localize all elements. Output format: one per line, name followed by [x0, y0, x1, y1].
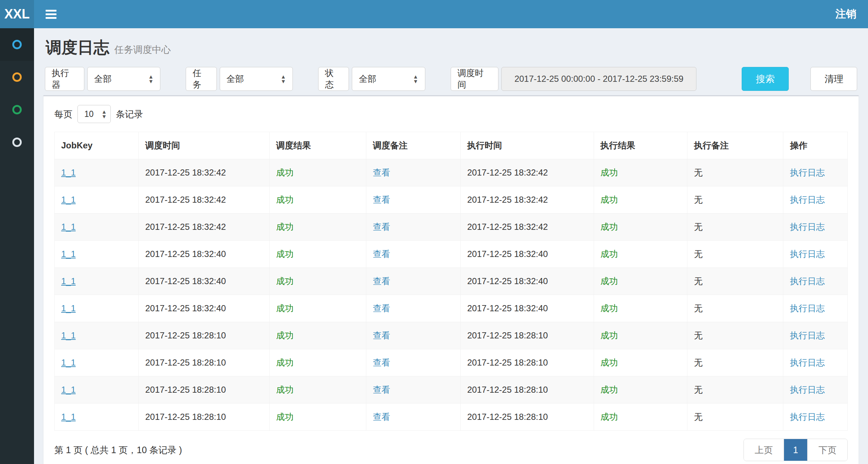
- table-row: 1_12017-12-25 18:28:10成功查看2017-12-25 18:…: [55, 349, 848, 376]
- executor-select[interactable]: 全部 ▲▼: [87, 67, 160, 91]
- logout-button[interactable]: 注销: [835, 7, 856, 21]
- handle-msg-cell: 无: [687, 404, 783, 431]
- view-trigger-msg-link[interactable]: 查看: [373, 249, 390, 259]
- trigger-result-text: 成功: [276, 168, 294, 177]
- trigger-msg-cell: 查看: [366, 186, 461, 214]
- app-logo[interactable]: XXL: [0, 0, 34, 28]
- view-trigger-msg-link[interactable]: 查看: [373, 412, 390, 422]
- table-row: 1_12017-12-25 18:32:42成功查看2017-12-25 18:…: [55, 186, 848, 214]
- sidebar-item-1[interactable]: [0, 28, 34, 61]
- execution-log-link[interactable]: 执行日志: [790, 249, 825, 259]
- select-arrows-icon: ▲▼: [281, 74, 286, 84]
- jobkey-link[interactable]: 1_1: [61, 385, 76, 395]
- column-header-1: JobKey: [55, 132, 139, 159]
- handle-msg-cell: 无: [687, 268, 783, 295]
- sidebar-item-2[interactable]: [0, 61, 34, 93]
- handle-msg-cell: 无: [687, 295, 783, 322]
- execution-log-link[interactable]: 执行日志: [790, 168, 825, 177]
- trigger-result-text: 成功: [276, 358, 294, 367]
- job-filter-group: 任务 全部 ▲▼: [186, 67, 293, 91]
- column-header-3: 调度结果: [269, 132, 366, 159]
- view-trigger-msg-link[interactable]: 查看: [373, 303, 390, 313]
- table-row: 1_12017-12-25 18:32:40成功查看2017-12-25 18:…: [55, 268, 848, 295]
- execution-log-link[interactable]: 执行日志: [790, 222, 825, 232]
- clear-button[interactable]: 清理: [810, 67, 857, 91]
- view-trigger-msg-link[interactable]: 查看: [373, 385, 390, 395]
- next-page-button[interactable]: 下页: [807, 439, 847, 461]
- handle-msg-cell: 无: [687, 159, 783, 186]
- trigger-result-cell: 成功: [269, 376, 366, 404]
- handle-time-cell: 2017-12-25 18:28:10: [460, 349, 594, 376]
- jobkey-cell: 1_1: [55, 404, 139, 431]
- table-row: 1_12017-12-25 18:32:40成功查看2017-12-25 18:…: [55, 241, 848, 268]
- view-trigger-msg-link[interactable]: 查看: [373, 330, 390, 340]
- handle-result-text: 成功: [601, 303, 618, 313]
- view-trigger-msg-link[interactable]: 查看: [373, 195, 390, 204]
- execution-log-link[interactable]: 执行日志: [790, 358, 825, 367]
- jobkey-cell: 1_1: [55, 376, 139, 404]
- table-row: 1_12017-12-25 18:32:40成功查看2017-12-25 18:…: [55, 295, 848, 322]
- column-header-5: 执行时间: [460, 132, 594, 159]
- execution-log-link[interactable]: 执行日志: [790, 303, 825, 313]
- action-cell: 执行日志: [783, 186, 848, 214]
- handle-result-text: 成功: [601, 358, 618, 367]
- jobkey-link[interactable]: 1_1: [61, 358, 76, 367]
- jobkey-link[interactable]: 1_1: [61, 222, 76, 232]
- view-trigger-msg-link[interactable]: 查看: [373, 276, 390, 286]
- page-size-select[interactable]: 10 ▲▼: [77, 105, 111, 123]
- prev-page-button[interactable]: 上页: [744, 439, 784, 461]
- jobkey-link[interactable]: 1_1: [61, 276, 76, 286]
- trigger-time-cell: 2017-12-25 18:28:10: [139, 322, 270, 349]
- page-subtitle: 任务调度中心: [114, 44, 171, 55]
- jobkey-link[interactable]: 1_1: [61, 330, 76, 340]
- action-cell: 执行日志: [783, 268, 848, 295]
- trigger-time-cell: 2017-12-25 18:28:10: [139, 349, 270, 376]
- trigger-time-range-input[interactable]: 2017-12-25 00:00:00 - 2017-12-25 23:59:5…: [501, 67, 696, 91]
- status-select[interactable]: 全部 ▲▼: [352, 67, 425, 91]
- current-page-button[interactable]: 1: [784, 439, 807, 461]
- trigger-time-cell: 2017-12-25 18:32:42: [139, 214, 270, 241]
- job-select[interactable]: 全部 ▲▼: [220, 67, 293, 91]
- handle-result-cell: 成功: [594, 376, 687, 404]
- jobkey-link[interactable]: 1_1: [61, 195, 76, 204]
- jobkey-link[interactable]: 1_1: [61, 168, 76, 177]
- trigger-time-filter-group: 调度时间 2017-12-25 00:00:00 - 2017-12-25 23…: [451, 67, 696, 91]
- sidebar-item-3[interactable]: [0, 93, 34, 126]
- jobkey-cell: 1_1: [55, 349, 139, 376]
- main-content: 调度日志任务调度中心 执行器 全部 ▲▼ 任务 全部 ▲▼: [34, 28, 868, 464]
- select-arrows-icon: ▲▼: [413, 74, 418, 84]
- view-trigger-msg-link[interactable]: 查看: [373, 222, 390, 232]
- handle-result-cell: 成功: [594, 241, 687, 268]
- handle-time-cell: 2017-12-25 18:32:40: [460, 268, 594, 295]
- execution-log-link[interactable]: 执行日志: [790, 385, 825, 395]
- jobkey-link[interactable]: 1_1: [61, 412, 76, 422]
- handle-time-cell: 2017-12-25 18:32:42: [460, 214, 594, 241]
- execution-log-link[interactable]: 执行日志: [790, 276, 825, 286]
- trigger-msg-cell: 查看: [366, 214, 461, 241]
- handle-msg-cell: 无: [687, 376, 783, 404]
- view-trigger-msg-link[interactable]: 查看: [373, 168, 390, 177]
- search-button[interactable]: 搜索: [742, 67, 789, 91]
- job-filter-label: 任务: [186, 67, 216, 91]
- handle-result-text: 成功: [601, 330, 618, 340]
- sidebar-toggle-icon[interactable]: [46, 10, 56, 19]
- execution-log-link[interactable]: 执行日志: [790, 412, 825, 422]
- sidebar-item-4[interactable]: [0, 126, 34, 159]
- trigger-result-cell: 成功: [269, 214, 366, 241]
- trigger-result-cell: 成功: [269, 186, 366, 214]
- trigger-msg-cell: 查看: [366, 268, 461, 295]
- jobkey-cell: 1_1: [55, 214, 139, 241]
- view-trigger-msg-link[interactable]: 查看: [373, 358, 390, 367]
- pagination-summary: 第 1 页 ( 总共 1 页，10 条记录 ): [54, 444, 182, 456]
- jobkey-link[interactable]: 1_1: [61, 249, 76, 259]
- execution-log-link[interactable]: 执行日志: [790, 330, 825, 340]
- page-title: 调度日志: [46, 38, 109, 56]
- action-cell: 执行日志: [783, 214, 848, 241]
- action-cell: 执行日志: [783, 295, 848, 322]
- jobkey-link[interactable]: 1_1: [61, 303, 76, 313]
- execution-log-link[interactable]: 执行日志: [790, 195, 825, 204]
- trigger-result-text: 成功: [276, 195, 294, 204]
- trigger-msg-cell: 查看: [366, 322, 461, 349]
- trigger-msg-cell: 查看: [366, 241, 461, 268]
- table-header-row: JobKey调度时间调度结果调度备注执行时间执行结果执行备注操作: [55, 132, 848, 159]
